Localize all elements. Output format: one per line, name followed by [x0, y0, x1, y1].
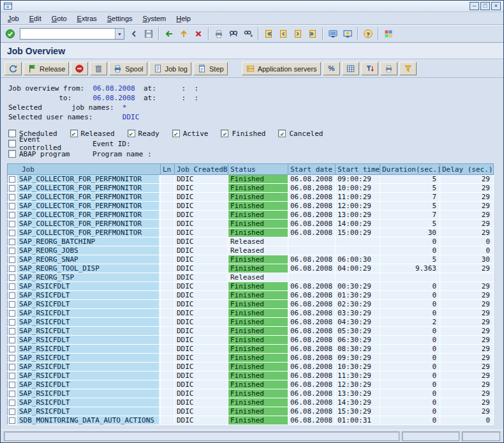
job-select-checkbox[interactable]	[9, 292, 15, 299]
job-select-checkbox[interactable]	[9, 274, 15, 281]
job-row[interactable]: SAP_COLLECTOR_FOR_PERFMONITORDDICFinishe…	[8, 211, 494, 220]
job-row[interactable]: SAP_RSICFDLTDDICFinished06.08.200813:30:…	[8, 389, 494, 398]
job-select-checkbox[interactable]	[9, 319, 15, 326]
first-page-icon[interactable]	[262, 27, 276, 41]
job-select-checkbox[interactable]	[9, 355, 15, 361]
job-select-checkbox[interactable]	[9, 328, 15, 334]
refresh-button[interactable]	[4, 62, 22, 75]
last-page-icon[interactable]	[306, 27, 320, 41]
job-row[interactable]: SAP_RSICFDLTDDICFinished06.08.200809:30:…	[8, 354, 494, 363]
job-row[interactable]: SAP_RSICFDLTDDICFinished06.08.200808:30:…	[8, 345, 494, 354]
job-row[interactable]: SAP_REORG_TSPDDICReleased	[8, 273, 494, 282]
job-name[interactable]: SAP_RSICFDLT	[17, 398, 159, 407]
job-select-checkbox[interactable]	[9, 266, 15, 272]
shortcut-icon[interactable]	[341, 27, 355, 41]
job-name[interactable]: SAP_RSICFDLT	[17, 300, 159, 308]
job-name[interactable]: SAP_REORG_TOOL_DISP	[17, 264, 159, 273]
job-row[interactable]: SAP_RSICFDLTDDICFinished06.08.200812:30:…	[8, 380, 494, 389]
command-input[interactable]	[20, 29, 115, 39]
job-name[interactable]: SAP_REORG_JOBS	[17, 246, 159, 255]
job-row[interactable]: SAP_COLLECTOR_FOR_PERFMONITORDDICFinishe…	[8, 184, 494, 193]
job-name[interactable]: SAP_RSICFDLT	[17, 354, 159, 362]
job-row[interactable]: SAP_RSICFDLTDDICFinished06.08.200802:30:…	[8, 300, 494, 309]
find-icon[interactable]	[226, 27, 241, 41]
job-select-checkbox[interactable]	[9, 409, 15, 415]
job-row[interactable]: SAP_RSICFDLTDDICFinished06.08.200814:30:…	[8, 398, 494, 407]
help-icon[interactable]: ?	[361, 27, 375, 41]
job-select-checkbox[interactable]	[9, 203, 15, 209]
job-select-checkbox[interactable]	[9, 248, 15, 254]
job-name[interactable]: SDB_MONITORING_DATA_AUTO_ACTIONS	[17, 416, 159, 424]
job-name[interactable]: SAP_RSICFDLT	[17, 336, 159, 344]
job-row[interactable]: SAP_REORG_TOOL_DISPDDICFinished06.08.200…	[8, 264, 494, 273]
canceled-checkbox[interactable]: ✔	[278, 130, 286, 137]
job-row[interactable]: SAP_RSICFDLTDDICFinished06.08.200804:30:…	[8, 318, 494, 327]
job-name[interactable]: SAP_COLLECTOR_FOR_PERFMONITOR	[17, 175, 159, 183]
job-name[interactable]: SAP_COLLECTOR_FOR_PERFMONITOR	[17, 202, 159, 210]
job-name[interactable]: SAP_REORG_TSP	[17, 273, 159, 282]
print-icon[interactable]	[212, 27, 226, 41]
exit-icon[interactable]	[177, 27, 191, 41]
minimize-window-button[interactable]: –	[470, 2, 479, 10]
menu-help[interactable]: Help	[171, 13, 196, 24]
menu-edit[interactable]: Edit	[24, 13, 47, 24]
job-select-checkbox[interactable]	[9, 212, 15, 218]
menu-system[interactable]: System	[138, 13, 172, 24]
close-window-button[interactable]: ×	[491, 2, 501, 10]
save-icon[interactable]	[142, 27, 156, 41]
event-controlled-checkbox[interactable]	[8, 140, 16, 147]
job-name[interactable]: SAP_RSICFDLT	[17, 291, 159, 299]
job-name[interactable]: SAP_RSICFDLT	[17, 380, 159, 389]
job-select-checkbox[interactable]	[9, 310, 15, 317]
job-select-checkbox[interactable]	[9, 230, 15, 236]
delete-button[interactable]	[90, 62, 107, 75]
job-name[interactable]: SAP_COLLECTOR_FOR_PERFMONITOR	[17, 211, 159, 219]
job-select-checkbox[interactable]	[9, 239, 15, 245]
terminate-button[interactable]	[71, 62, 88, 75]
find-next-icon[interactable]	[241, 27, 255, 41]
job-row[interactable]: SAP_RSICFDLTDDICFinished06.08.200801:30:…	[8, 291, 494, 300]
job-row[interactable]: SAP_RSICFDLTDDICFinished06.08.200803:30:…	[8, 309, 494, 318]
job-row[interactable]: SAP_RSICFDLTDDICFinished06.08.200811:30:…	[8, 372, 494, 380]
job-name[interactable]: SAP_COLLECTOR_FOR_PERFMONITOR	[17, 193, 159, 201]
job-row[interactable]: SDB_MONITORING_DATA_AUTO_ACTIONSDDICFini…	[8, 416, 494, 425]
job-select-checkbox[interactable]	[9, 185, 15, 191]
job-select-checkbox[interactable]	[9, 176, 15, 183]
job-row[interactable]: SAP_COLLECTOR_FOR_PERFMONITORDDICFinishe…	[8, 193, 494, 202]
select-detail-button[interactable]: %	[323, 62, 340, 75]
cancel-icon[interactable]	[191, 27, 205, 41]
job-row[interactable]: SAP_RSICFDLTDDICFinished06.08.200810:30:…	[8, 363, 494, 372]
new-session-icon[interactable]	[326, 27, 340, 41]
job-select-checkbox[interactable]	[9, 283, 15, 290]
spool-button[interactable]: Spool	[109, 62, 147, 75]
job-name[interactable]: SAP_RSICFDLT	[17, 372, 159, 380]
abap-program-checkbox[interactable]	[8, 150, 16, 158]
release-button[interactable]: Release	[24, 62, 69, 75]
grid-view-button[interactable]	[342, 62, 359, 75]
layout-icon[interactable]	[382, 27, 396, 41]
job-select-checkbox[interactable]	[9, 221, 15, 227]
menu-extras[interactable]: Extras	[72, 13, 102, 24]
job-row[interactable]: SAP_RSICFDLTDDICFinished06.08.200806:30:…	[8, 336, 494, 345]
job-select-checkbox[interactable]	[9, 417, 15, 424]
job-name[interactable]: SAP_REORG_SNAP	[17, 255, 159, 264]
job-select-checkbox[interactable]	[9, 337, 15, 343]
menu-job[interactable]: Job	[3, 13, 24, 24]
job-name[interactable]: SAP_RSICFDLT	[17, 282, 159, 290]
job-select-checkbox[interactable]	[9, 364, 15, 370]
job-name[interactable]: SAP_REORG_BATCHINP	[17, 237, 159, 246]
menu-goto[interactable]: Goto	[47, 13, 72, 24]
application-servers-button[interactable]: Application servers	[242, 62, 321, 75]
step-button[interactable]: Step	[193, 62, 228, 75]
job-name[interactable]: SAP_COLLECTOR_FOR_PERFMONITOR	[17, 220, 159, 228]
next-page-icon[interactable]	[291, 27, 305, 41]
job-select-checkbox[interactable]	[9, 382, 15, 388]
sort-button[interactable]	[361, 62, 378, 75]
collapse-icon[interactable]	[127, 27, 141, 41]
job-name[interactable]: SAP_RSICFDLT	[17, 363, 159, 371]
job-name[interactable]: SAP_COLLECTOR_FOR_PERFMONITOR	[17, 184, 159, 192]
ready-checkbox[interactable]: ✔	[128, 130, 135, 137]
active-checkbox[interactable]: ✔	[172, 130, 180, 137]
job-select-checkbox[interactable]	[9, 346, 15, 352]
maximize-window-button[interactable]: □	[480, 2, 490, 10]
